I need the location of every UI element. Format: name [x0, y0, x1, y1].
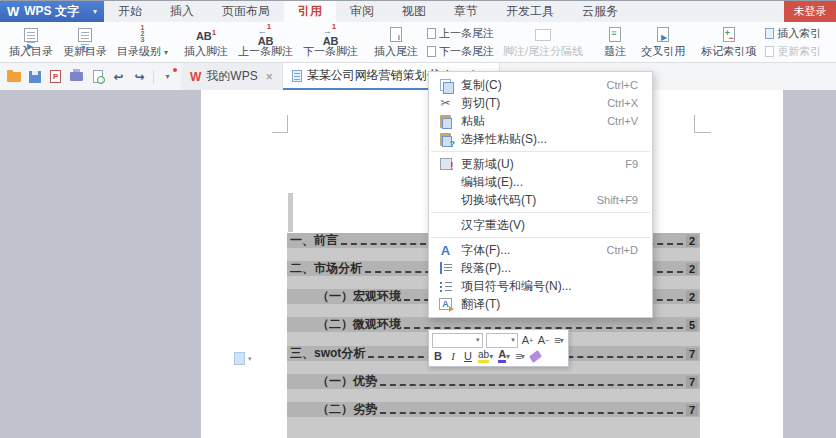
ribbon-group-footnote: AB1 插入脚注 ←1AB 上一条脚注 →1AB 下一条脚注: [179, 24, 363, 61]
wps-w-icon: W: [190, 70, 201, 84]
tab-page-layout[interactable]: 页面布局: [208, 1, 284, 22]
chevron-down-icon: ▾: [506, 352, 510, 361]
save-button[interactable]: [27, 69, 42, 84]
document-icon: [292, 70, 302, 82]
next-footnote-icon: →1AB: [323, 21, 339, 48]
menu-item-hanzi-reselect[interactable]: 汉字重选(V): [429, 216, 652, 234]
print-preview-icon: [93, 70, 103, 83]
print-preview-button[interactable]: [90, 69, 105, 84]
menu-item-paragraph[interactable]: 段落(P)...: [429, 259, 652, 277]
font-icon: A: [438, 243, 453, 258]
update-toc-icon: ↻: [78, 28, 92, 42]
wps-writer-window: { "titlebar": { "logo": "W", "app_name":…: [0, 0, 836, 438]
close-icon[interactable]: ×: [266, 70, 273, 84]
prev-footnote-button[interactable]: ←1AB 上一条脚注: [233, 24, 298, 61]
prev-endnote-button[interactable]: 上一条尾注: [427, 26, 494, 41]
tab-home[interactable]: 开始: [104, 1, 156, 22]
bold-button[interactable]: B: [432, 349, 444, 364]
copy-icon: [440, 79, 451, 91]
italic-button[interactable]: I: [447, 349, 459, 364]
font-color-button[interactable]: A▾: [497, 349, 511, 364]
redo-button[interactable]: ↪: [132, 69, 147, 84]
menu-item-update-field[interactable]: 更新域(U) F9: [429, 155, 652, 173]
menu-item-font[interactable]: A 字体(F)... Ctrl+D: [429, 241, 652, 259]
tab-dev-tools[interactable]: 开发工具: [492, 1, 568, 22]
update-toc-button[interactable]: ↻ 更新目录: [58, 24, 112, 61]
ribbon-group-mail: 邮件: [831, 24, 836, 61]
tab-references[interactable]: 引用: [284, 1, 336, 22]
insert-endnote-button[interactable]: i 插入尾注: [369, 24, 423, 61]
tab-my-wps[interactable]: W 我的WPS ×: [181, 63, 283, 90]
insert-index-button[interactable]: 插入索引: [765, 26, 821, 41]
save-icon: [29, 71, 41, 83]
tab-insert[interactable]: 插入: [156, 1, 208, 22]
menu-item-edit-field[interactable]: 编辑域(E)...: [429, 173, 652, 191]
selected-empty-lines: [288, 193, 293, 232]
mark-index-button[interactable]: +− 标记索引项: [696, 24, 761, 61]
tab-view[interactable]: 视图: [388, 1, 440, 22]
margin-mark-left: [272, 115, 288, 133]
translate-icon: A: [439, 298, 452, 310]
paste-special-icon: [440, 133, 451, 146]
line-spacing-button[interactable]: ≡▾: [553, 333, 565, 348]
toc-field-icon: [234, 352, 245, 365]
login-button[interactable]: 未登录: [784, 1, 836, 22]
caption-button[interactable]: ≡ 题注: [594, 24, 636, 61]
highlight-color-button[interactable]: ab▾: [477, 349, 494, 364]
context-menu: 复制(C) Ctrl+C ✂ 剪切(T) Ctrl+X 粘贴 Ctrl+V 选择…: [428, 71, 653, 318]
wps-app-button[interactable]: W WPS 文字 ▾: [0, 1, 104, 22]
insert-footnote-button[interactable]: AB1 插入脚注: [179, 24, 233, 61]
update-field-icon: [440, 158, 452, 170]
undo-button[interactable]: ↩: [111, 69, 126, 84]
divider: [153, 70, 154, 84]
open-file-button[interactable]: [6, 69, 21, 84]
menu-item-toggle-field-codes[interactable]: 切换域代码(T) Shift+F9: [429, 191, 652, 209]
menu-item-cut[interactable]: ✂ 剪切(T) Ctrl+X: [429, 94, 652, 112]
quick-access-bar: ↩ ↪ ▾ W 我的WPS × 某某公司网络营销策划书.docx * × +: [0, 63, 836, 90]
next-endnote-icon: [427, 46, 436, 57]
underline-button[interactable]: U: [462, 349, 474, 364]
tab-section[interactable]: 章节: [440, 1, 492, 22]
font-size-select[interactable]: ▾: [486, 333, 518, 348]
prev-endnote-icon: [427, 28, 436, 39]
font-name-select[interactable]: ▾: [432, 333, 483, 348]
grow-font-button[interactable]: A+: [521, 333, 534, 348]
export-pdf-button[interactable]: [48, 69, 63, 84]
toc-level-button[interactable]: 123 目录级别 ▾: [112, 24, 173, 61]
paste-icon: [440, 115, 451, 128]
endnote-icon: i: [390, 27, 402, 42]
app-name: WPS 文字: [24, 3, 79, 20]
cross-reference-button[interactable]: ▶ 交叉引用: [636, 24, 690, 61]
document-workspace[interactable]: 一、前言2 二、市场分析2 （一）宏观环境2 （二）微观环境5 三、swot分析…: [0, 90, 836, 438]
mark-index-icon: +−: [723, 27, 735, 42]
printer-icon: [70, 72, 83, 81]
highlight-icon: ab: [478, 350, 489, 363]
shrink-font-button[interactable]: A−: [537, 333, 550, 348]
menu-item-paste[interactable]: 粘贴 Ctrl+V: [429, 112, 652, 130]
tab-cloud[interactable]: 云服务: [568, 1, 632, 22]
menu-item-translate[interactable]: A 翻译(T): [429, 295, 652, 313]
toc-field-button[interactable]: ▾: [234, 352, 252, 365]
tab-review[interactable]: 审阅: [336, 1, 388, 22]
format-painter-button[interactable]: [529, 349, 541, 364]
toc-entry[interactable]: （二）劣势7: [287, 402, 700, 417]
ribbon-group-index: +− 标记索引项 插入索引 更新索引: [696, 24, 825, 61]
alignment-button[interactable]: ≡▾: [514, 349, 526, 364]
customize-toolbar-button[interactable]: ▾: [160, 69, 175, 84]
pdf-icon: [50, 70, 61, 83]
dot-leader: [380, 378, 683, 386]
print-button[interactable]: [69, 69, 84, 84]
next-endnote-button[interactable]: 下一条尾注: [427, 44, 494, 59]
menu-separator: [431, 237, 650, 238]
insert-toc-button[interactable]: ▶ 插入目录: [4, 24, 58, 61]
ribbon-group-endnote: i 插入尾注 上一条尾注 下一条尾注 脚注/尾注分隔线: [369, 24, 588, 61]
menu-item-paste-special[interactable]: 选择性粘贴(S)...: [429, 130, 652, 148]
toc-entry[interactable]: （一）优势7: [287, 374, 700, 389]
mini-format-toolbar: ▾ ▾ A+ A− ≡▾ B I U ab▾ A▾ ≡▾: [428, 329, 569, 367]
cross-reference-icon: ▶: [657, 27, 669, 42]
next-footnote-button[interactable]: →1AB 下一条脚注: [298, 24, 363, 61]
menu-item-copy[interactable]: 复制(C) Ctrl+C: [429, 76, 652, 94]
ribbon: ▶ 插入目录 ↻ 更新目录 123 目录级别 ▾ AB1 插入脚注 ←1AB 上…: [0, 22, 836, 63]
mail-button[interactable]: 邮件: [831, 24, 836, 61]
menu-item-bullets-numbering[interactable]: 项目符号和编号(N)...: [429, 277, 652, 295]
